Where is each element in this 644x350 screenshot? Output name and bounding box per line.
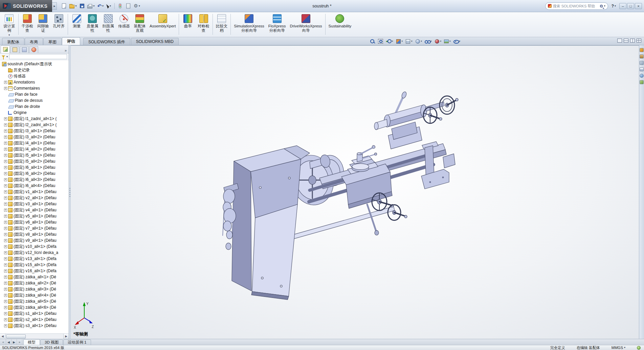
tree-item[interactable]: +(固定) l4_all<2> (Défau bbox=[1, 146, 69, 152]
design-library-button[interactable] bbox=[640, 54, 644, 59]
hide-show-items-button[interactable]: ▾ bbox=[424, 38, 432, 44]
tree-item[interactable]: +(固定) v5_all<1> (Défau bbox=[1, 213, 69, 219]
displaymanager-tab[interactable] bbox=[29, 46, 38, 53]
expand-icon[interactable]: + bbox=[4, 270, 7, 273]
units-selector[interactable]: MMGS ▾ bbox=[612, 346, 625, 350]
tree-item[interactable]: +(固定) v9_all<1> (Défau bbox=[1, 237, 69, 243]
ribbon-button-hole-alignment[interactable]: 孔对齐 bbox=[51, 13, 67, 29]
expand-icon[interactable]: + bbox=[4, 184, 7, 187]
expand-icon[interactable]: + bbox=[4, 294, 7, 297]
graphics-viewport[interactable]: Y X Z *等轴测 bbox=[71, 45, 639, 339]
ribbon-button-simulationxpress[interactable]: SimulationXpress分析向导 bbox=[232, 13, 266, 33]
study-tab-0[interactable]: 模型 bbox=[23, 339, 40, 345]
expand-icon[interactable]: + bbox=[4, 318, 7, 321]
single-view-button[interactable] bbox=[617, 39, 622, 43]
ribbon-button-assembly-visualization[interactable]: 装配体直观 bbox=[132, 13, 148, 33]
ribbon-button-sustainability[interactable]: Sustainability bbox=[327, 13, 354, 29]
display-style-button[interactable]: ▾ bbox=[414, 39, 423, 44]
view-settings-button[interactable]: ▾ bbox=[452, 38, 461, 44]
expand-icon[interactable]: + bbox=[4, 123, 7, 126]
expand-icon[interactable]: + bbox=[4, 251, 7, 254]
expand-icon[interactable]: + bbox=[4, 136, 7, 139]
filter-funnel-icon[interactable] bbox=[2, 55, 5, 59]
ribbon-button-measure[interactable]: 测量 bbox=[69, 13, 85, 29]
expand-icon[interactable]: + bbox=[4, 282, 7, 285]
print-button[interactable]: ▾ bbox=[86, 2, 95, 10]
ribbon-button-symmetry-check[interactable]: 对称检查 bbox=[196, 13, 212, 33]
view-orientation-button[interactable]: ▾ bbox=[404, 39, 413, 44]
new-document-button[interactable] bbox=[60, 2, 68, 10]
ribbon-button-mass-properties[interactable]: 质量属性 bbox=[85, 13, 101, 33]
minimize-button[interactable]: – bbox=[619, 3, 626, 9]
tree-item[interactable]: +(固定) v3_all<1> (Défau bbox=[1, 201, 69, 207]
study-tab-2[interactable]: 运动算例 1 bbox=[63, 340, 91, 345]
expand-icon[interactable]: + bbox=[4, 245, 7, 248]
manager-tabs-overflow-button[interactable]: » bbox=[63, 48, 68, 53]
tree-item[interactable]: +(固定) l6_all<2> (Défau bbox=[1, 170, 69, 177]
file-explorer-button[interactable] bbox=[640, 61, 644, 65]
expand-icon[interactable]: + bbox=[4, 300, 7, 303]
file-properties-button[interactable] bbox=[125, 2, 132, 10]
propertymanager-tab[interactable] bbox=[10, 46, 19, 53]
zoom-to-area-button[interactable] bbox=[377, 38, 384, 44]
tree-item[interactable]: +(固定) l6_all<3> (Défau bbox=[1, 177, 69, 183]
previous-view-button[interactable]: ▾ bbox=[385, 38, 394, 44]
menu-expand-arrow-icon[interactable]: ▸ bbox=[52, 2, 57, 10]
tree-item[interactable]: +(固定) l3_all<1> (Défau bbox=[1, 128, 69, 134]
expand-icon[interactable]: + bbox=[4, 263, 7, 266]
open-button[interactable]: ▾ bbox=[68, 2, 77, 10]
tree-item[interactable]: +(固定) v12_lícní deska_a bbox=[1, 250, 69, 256]
tree-root-item[interactable]: soustruh (Défaut<显示状 bbox=[1, 61, 69, 67]
tree-item[interactable]: +(固定) s2_all<1> (Défau bbox=[1, 317, 69, 323]
undo-button[interactable]: ↶▾ bbox=[96, 2, 105, 10]
tree-item[interactable]: +(固定) v8_all<1> (Défau bbox=[1, 231, 69, 237]
next-study-tab-button[interactable]: ▶ bbox=[12, 339, 17, 345]
tree-item[interactable]: Origine bbox=[1, 110, 69, 116]
expand-icon[interactable]: + bbox=[4, 87, 7, 90]
tree-item[interactable]: 传感器 bbox=[1, 73, 69, 79]
tree-item[interactable]: +(固定) v2_all<1> (Défau bbox=[1, 195, 69, 201]
search-input[interactable] bbox=[553, 4, 599, 8]
prev-study-tab-button[interactable]: ◀ bbox=[6, 339, 12, 345]
status-tag-icon[interactable] bbox=[637, 346, 641, 350]
tree-item[interactable]: +(固定) v7_all<1> (Défau bbox=[1, 225, 69, 231]
tree-item[interactable]: +(固定) zátka_all<2> (Dé bbox=[1, 280, 69, 286]
select-button[interactable]: ▾ bbox=[105, 2, 113, 10]
tree-filter-input[interactable] bbox=[9, 54, 67, 59]
tree-item[interactable]: +(固定) zátka_all<5> (Dé bbox=[1, 298, 69, 304]
tree-item[interactable]: +(固定) s1_all<1> (Défau bbox=[1, 310, 69, 317]
expand-icon[interactable]: + bbox=[4, 148, 7, 151]
tab-assembly[interactable]: 装配体 bbox=[2, 38, 24, 45]
tree-item[interactable]: +Commentaires bbox=[1, 85, 69, 91]
tree-item[interactable]: +(固定) v4_all<1> (Défau bbox=[1, 207, 69, 213]
expand-icon[interactable]: + bbox=[4, 154, 7, 157]
expand-icon[interactable]: + bbox=[4, 178, 7, 181]
tree-item[interactable]: +(固定) l4_all<1> (Défau bbox=[1, 140, 69, 146]
search-dropdown-icon[interactable]: ▾ bbox=[604, 5, 605, 7]
search-icon[interactable] bbox=[600, 5, 603, 7]
expand-icon[interactable]: + bbox=[4, 209, 7, 212]
expand-icon[interactable]: + bbox=[4, 160, 7, 163]
scroll-left-button[interactable]: ◀ bbox=[0, 334, 5, 339]
ribbon-button-curvature[interactable]: 曲率 bbox=[180, 13, 196, 29]
tree-item[interactable]: Plan de dessus bbox=[1, 97, 69, 103]
expand-icon[interactable]: + bbox=[4, 81, 7, 84]
expand-icon[interactable]: + bbox=[4, 227, 7, 230]
tree-item[interactable]: +(固定) l6_all<1> (Défau bbox=[1, 164, 69, 170]
expand-icon[interactable]: + bbox=[4, 130, 7, 133]
ribbon-button-compare-documents[interactable]: 比较文档 bbox=[214, 13, 230, 33]
expand-icon[interactable]: + bbox=[4, 172, 7, 175]
tree-item[interactable]: +(固定) l2_zadní_all<1> ( bbox=[1, 122, 69, 128]
tree-item[interactable]: +(固定) l5_all<1> (Défau bbox=[1, 152, 69, 158]
expand-icon[interactable]: + bbox=[4, 312, 7, 315]
tree-item[interactable]: +(固定) v10_all<1> (Défa bbox=[1, 243, 69, 250]
tree-item[interactable]: +(固定) l5_all<2> (Défau bbox=[1, 158, 69, 164]
tree-item[interactable]: +(固定) l6_all<4> (Défau bbox=[1, 183, 69, 189]
help-button[interactable]: ? ▾ bbox=[612, 4, 616, 8]
ribbon-button-sensor[interactable]: 传感器 bbox=[116, 13, 132, 29]
ribbon-button-design-study[interactable]: 设计算例▼ bbox=[1, 13, 17, 37]
expand-icon[interactable]: + bbox=[4, 117, 7, 120]
split-vertical-button[interactable] bbox=[630, 39, 635, 43]
tree-item[interactable]: Plan de face bbox=[1, 91, 69, 97]
section-view-button[interactable]: ▾ bbox=[395, 39, 404, 44]
